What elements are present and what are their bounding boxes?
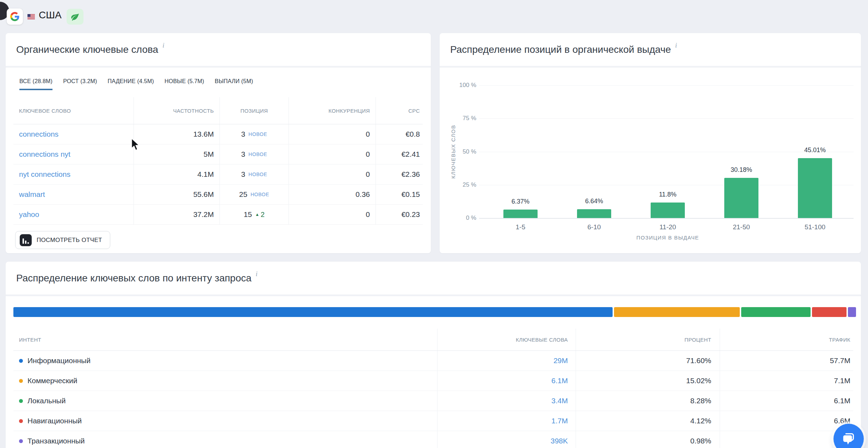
competition-cell: 0 xyxy=(289,164,376,184)
leaf-icon xyxy=(70,12,80,21)
gridline xyxy=(479,218,854,219)
intent-keywords-link[interactable]: 29M xyxy=(553,356,568,365)
competition-cell: 0.36 xyxy=(289,185,376,204)
keywords-table-body: connections13.6M3НОВОЕ0€0.8connections n… xyxy=(13,124,423,225)
position-value: 3 xyxy=(241,130,246,138)
keyword-link[interactable]: nyt connections xyxy=(19,170,70,179)
intent-distribution-panel: Распределение ключевых слов по интенту з… xyxy=(6,262,861,448)
chart-bar-11-20[interactable] xyxy=(651,203,685,218)
view-report-label: ПОСМОТРЕТЬ ОТЧЕТ xyxy=(37,237,102,244)
intent-table-header: ИНТЕНТ КЛЮЧЕВЫЕ СЛОВА ПРОЦЕНТ ТРАФИК xyxy=(13,329,853,351)
volume-cell: 5M xyxy=(134,144,219,164)
cpc-cell: €0.8 xyxy=(376,124,423,144)
table-row: Коммерческий6.1M15.02%7.1M xyxy=(13,371,853,391)
intent-keywords-link[interactable]: 3.4M xyxy=(551,397,568,405)
intent-percent-cell: 8.28% xyxy=(576,391,720,411)
intent-stacked-bar xyxy=(13,307,856,317)
intent-keywords-cell: 29M xyxy=(437,351,576,371)
position-cell: 25НОВОЕ xyxy=(219,185,289,204)
x-axis-tick: 51-100 xyxy=(787,223,843,231)
position-new-badge: НОВОЕ xyxy=(248,131,267,137)
col-header-percent: ПРОЦЕНТ xyxy=(576,329,720,350)
intent-segment-3 xyxy=(741,307,811,317)
table-row: connections nyt5M3НОВОЕ0€2.41 xyxy=(13,144,423,164)
intent-color-dot xyxy=(19,419,23,423)
intent-keywords-link[interactable]: 1.7M xyxy=(551,417,568,425)
intent-percent-cell: 4.12% xyxy=(576,411,720,431)
intent-cell: Транзакционный xyxy=(13,431,437,448)
competition-cell: 0 xyxy=(289,144,376,164)
intent-percent-cell: 15.02% xyxy=(576,371,720,391)
intent-table-body: Информационный29M71.60%57.7MКоммерческий… xyxy=(13,351,853,448)
intent-keywords-cell: 6.1M xyxy=(437,371,576,391)
search-engine-selector[interactable] xyxy=(7,8,23,25)
page: { "topbar": { "region_label": "США", "ic… xyxy=(0,0,868,448)
keywords-table: КЛЮЧЕВОЕ СЛОВО ЧАСТОТНОСТЬ ПОЗИЦИЯ КОНКУ… xyxy=(13,97,423,225)
bar-value-label: 6.64% xyxy=(566,198,622,205)
view-report-button[interactable]: ПОСМОТРЕТЬ ОТЧЕТ xyxy=(15,231,110,249)
position-cell: 15▲2 xyxy=(219,205,289,224)
info-icon[interactable]: i xyxy=(162,42,164,49)
intent-color-dot xyxy=(19,399,23,403)
intent-keywords-link[interactable]: 6.1M xyxy=(551,377,568,385)
keywords-table-header: КЛЮЧЕВОЕ СЛОВО ЧАСТОТНОСТЬ ПОЗИЦИЯ КОНКУ… xyxy=(13,97,423,124)
x-axis-tick: 6-10 xyxy=(566,223,622,231)
position-cell: 3НОВОЕ xyxy=(219,144,289,164)
info-icon[interactable]: i xyxy=(256,270,258,278)
volume-cell: 37.2M xyxy=(134,205,219,224)
chart-bar-51-100[interactable] xyxy=(798,158,832,218)
table-row: Навигационный1.7M4.12%6.6M xyxy=(13,411,853,431)
col-header-cpc: CPC xyxy=(376,97,423,124)
intent-segment-5 xyxy=(848,307,856,317)
keywords-tab-0[interactable]: ВСЕ (28.8M) xyxy=(19,78,52,90)
x-axis-label: ПОЗИЦИЯ В ВЫДАЧЕ xyxy=(484,235,852,241)
intent-segment-4 xyxy=(812,307,847,317)
bar-chart-icon xyxy=(20,234,32,246)
organic-mode-toggle[interactable] xyxy=(67,9,83,25)
y-axis-tick: 75 % xyxy=(450,115,476,122)
intent-keywords-link[interactable]: 398K xyxy=(551,437,568,445)
intent-color-dot xyxy=(19,379,23,383)
intent-name: Навигационный xyxy=(27,417,82,425)
competition-cell: 0 xyxy=(289,124,376,144)
keyword-link[interactable]: connections nyt xyxy=(19,150,70,158)
table-row: Транзакционный398K0.98% xyxy=(13,431,853,448)
chart-bar-21-50[interactable] xyxy=(724,178,758,218)
position-new-badge: НОВОЕ xyxy=(248,172,267,177)
competition-cell: 0 xyxy=(289,205,376,224)
keyword-link[interactable]: walmart xyxy=(19,190,45,199)
position-new-badge: НОВОЕ xyxy=(250,192,269,197)
intent-segment-1 xyxy=(13,307,613,317)
keyword-link[interactable]: yahoo xyxy=(19,210,39,219)
y-axis-tick: 0 % xyxy=(450,214,476,222)
keywords-tab-2[interactable]: ПАДЕНИЕ (4.5M) xyxy=(108,78,154,90)
intent-keywords-cell: 3.4M xyxy=(437,391,576,411)
keyword-cell: walmart xyxy=(13,185,134,204)
keywords-tabs: ВСЕ (28.8M)РОСТ (3.2M)ПАДЕНИЕ (4.5M)НОВЫ… xyxy=(19,78,253,90)
position-new-badge: НОВОЕ xyxy=(248,151,267,157)
google-icon xyxy=(10,12,19,21)
keywords-tab-3[interactable]: НОВЫЕ (5.7M) xyxy=(165,78,204,90)
keyword-cell: connections xyxy=(13,124,134,144)
intent-segment-2 xyxy=(614,307,740,317)
intent-cell: Информационный xyxy=(13,351,437,371)
organic-keywords-title: Органические ключевые слова xyxy=(16,44,158,55)
col-header-intent: ИНТЕНТ xyxy=(13,329,437,350)
cpc-cell: €0.15 xyxy=(376,185,423,204)
table-row: nyt connections4.1M3НОВОЕ0€2.36 xyxy=(13,164,423,185)
bar-value-label: 30.18% xyxy=(713,166,770,174)
bar-value-label: 45.01% xyxy=(787,147,843,154)
table-row: Локальный3.4M8.28%6.1M xyxy=(13,391,853,411)
col-header-keyword: КЛЮЧЕВОЕ СЛОВО xyxy=(13,97,134,124)
keywords-tab-4[interactable]: ВЫПАЛИ (5M) xyxy=(215,78,253,90)
y-axis-tick: 50 % xyxy=(450,148,476,155)
intent-name: Информационный xyxy=(27,356,91,365)
chart-bar-1-5[interactable] xyxy=(503,210,538,218)
chart-bar-6-10[interactable] xyxy=(577,209,611,218)
intent-name: Транзакционный xyxy=(27,437,85,445)
cpc-cell: €0.23 xyxy=(376,205,423,224)
position-value: 15 xyxy=(244,210,252,219)
intent-traffic-cell: 7.1M xyxy=(720,371,853,391)
keywords-tab-1[interactable]: РОСТ (3.2M) xyxy=(63,78,97,90)
keyword-link[interactable]: connections xyxy=(19,130,58,138)
